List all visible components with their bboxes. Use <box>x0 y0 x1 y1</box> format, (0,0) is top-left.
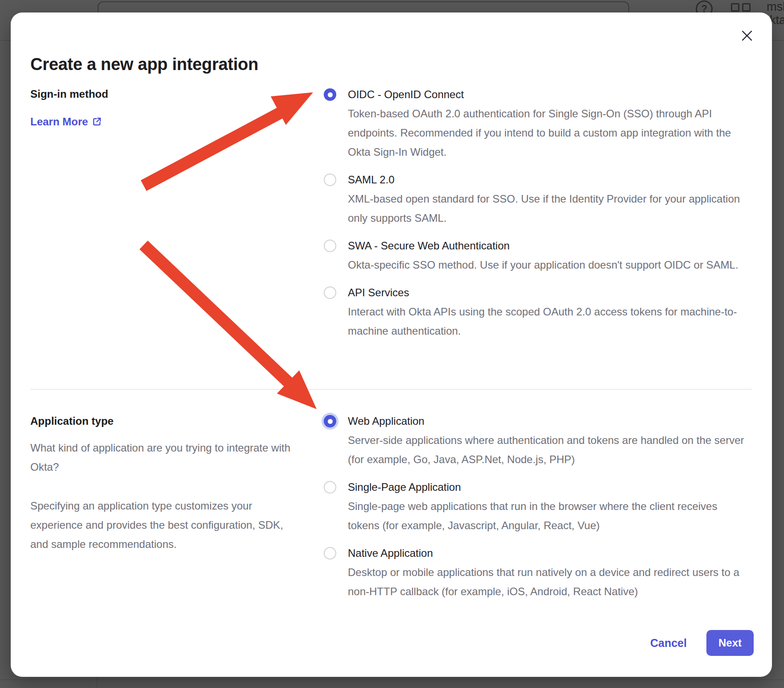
application-type-description-1: What kind of application are you trying … <box>30 438 298 477</box>
application-type-heading: Application type <box>30 411 298 431</box>
radio-option: API Services Interact with Okta APIs usi… <box>324 283 761 340</box>
radio-option-label[interactable]: OIDC - OpenID Connect <box>348 85 745 104</box>
next-button[interactable]: Next <box>706 630 754 656</box>
dialog-footer: Cancel Next <box>650 630 754 656</box>
radio-option: Single-Page Application Single-page web … <box>324 477 761 535</box>
signin-method-column: Sign-in method Learn More <box>30 84 302 131</box>
apps-grid-icon <box>731 3 751 12</box>
screen: { "backdrop": { "partial_text_line1": "m… <box>0 0 784 688</box>
external-link-icon <box>92 117 102 126</box>
radio-option: SWA - Secure Web Authentication Okta-spe… <box>324 236 761 274</box>
radio-button[interactable] <box>324 547 336 560</box>
learn-more-link[interactable]: Learn More <box>30 112 102 131</box>
radio-option: Web Application Server-side applications… <box>324 411 761 469</box>
grid-square-left <box>731 3 739 12</box>
background-account-text-line1: msh <box>767 0 784 14</box>
radio-option: Native Application Desktop or mobile app… <box>324 543 761 601</box>
background-bottom-divider <box>0 680 784 680</box>
radio-option-label[interactable]: SWA - Secure Web Authentication <box>348 236 745 255</box>
cancel-button[interactable]: Cancel <box>650 637 687 650</box>
signin-options: OIDC - OpenID Connect Token-based OAuth … <box>324 85 761 340</box>
radio-option-description: Okta-specific SSO method. Use if your ap… <box>348 255 745 274</box>
radio-option-label[interactable]: API Services <box>348 283 745 302</box>
x-mark-glyph <box>740 29 754 42</box>
radio-option-description: Single-page web applications that run in… <box>348 497 745 535</box>
background-sidebar-divider <box>97 677 97 688</box>
radio-option: OIDC - OpenID Connect Token-based OAuth … <box>324 85 761 162</box>
create-app-integration-dialog: Create a new app integration Sign-in met… <box>11 12 772 677</box>
radio-button[interactable] <box>324 481 336 493</box>
application-type-description-2: Specifying an application type customize… <box>30 496 298 554</box>
radio-option-description: Token-based OAuth 2.0 authentication for… <box>348 104 745 162</box>
radio-option-label[interactable]: Native Application <box>348 543 745 563</box>
grid-square-right <box>742 3 751 12</box>
radio-option-description: Desktop or mobile applications that run … <box>348 563 745 601</box>
radio-option-label[interactable]: Web Application <box>348 411 745 431</box>
signin-method-heading: Sign-in method <box>30 84 302 104</box>
section-divider <box>30 389 752 390</box>
radio-button[interactable] <box>324 88 336 101</box>
radio-button[interactable] <box>324 415 336 427</box>
radio-option-description: Server-side applications where authentic… <box>348 431 745 469</box>
radio-option: SAML 2.0 XML-based open standard for SSO… <box>324 170 761 228</box>
radio-button[interactable] <box>324 240 336 252</box>
radio-option-description: Interact with Okta APIs using the scoped… <box>348 302 745 340</box>
learn-more-label: Learn More <box>30 112 88 131</box>
radio-button[interactable] <box>324 286 336 299</box>
radio-button[interactable] <box>324 174 336 186</box>
close-icon[interactable] <box>740 29 754 43</box>
radio-option-label[interactable]: Single-Page Application <box>348 477 745 497</box>
apptype-options: Web Application Server-side applications… <box>324 411 761 601</box>
radio-option-description: XML-based open standard for SSO. Use if … <box>348 189 745 228</box>
application-type-column: Application type What kind of applicatio… <box>30 411 298 554</box>
radio-option-label[interactable]: SAML 2.0 <box>348 170 745 189</box>
dialog-title: Create a new app integration <box>30 55 258 74</box>
